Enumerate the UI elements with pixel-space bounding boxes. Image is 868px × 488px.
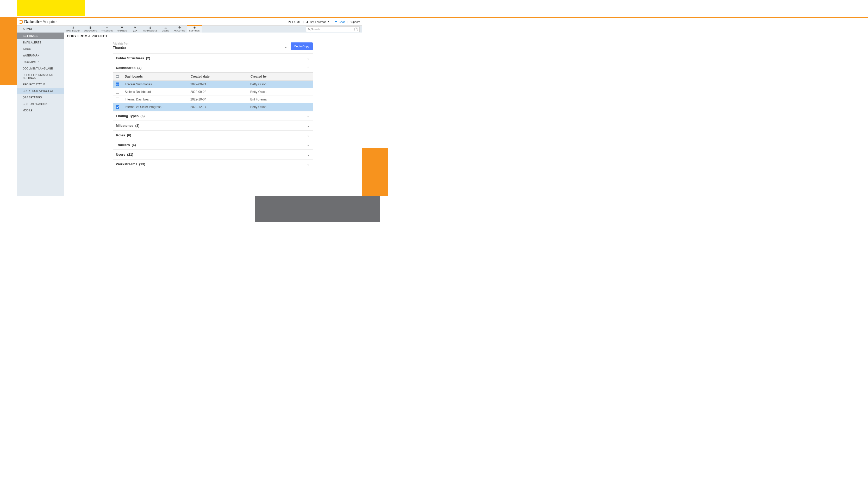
col-created-by[interactable]: Created by	[248, 73, 313, 80]
svg-rect-1	[72, 28, 73, 29]
section-label: Trackers (6)	[116, 143, 136, 147]
cell-name: Internal Dashboard	[122, 96, 188, 103]
dashboards-table: Dashboards Created date Created by Track…	[113, 72, 313, 111]
tab-label: FINDINGS	[117, 30, 127, 32]
table-row[interactable]: Internal Dashboard 2022-10-04 Brit Forem…	[113, 96, 313, 103]
sidebar-item-copy-from-a-project[interactable]: COPY FROM A PROJECT	[17, 88, 64, 94]
header-right: HOME | Brit Foreman ▼ | Chat | Support	[288, 20, 360, 24]
sidebar-item-mobile[interactable]: MOBILE	[17, 107, 64, 114]
tab-dashboard[interactable]: DASHBOARD	[64, 26, 82, 33]
chevron-down-icon: ⌄	[307, 153, 310, 156]
tab-label: DASHBOARD	[66, 30, 80, 32]
sidebar-item-project-status[interactable]: PROJECT STATUS	[17, 81, 64, 88]
sidebar-item-default-permissions-settings[interactable]: DEFAULT PERMISSIONS SETTINGS	[17, 72, 64, 81]
user-menu[interactable]: Brit Foreman ▼	[306, 20, 330, 24]
col-dashboards[interactable]: Dashboards	[122, 73, 188, 80]
tab-analytics[interactable]: ANALYTICS	[172, 26, 187, 33]
nav-row: Aurora DASHBOARDDOCUMENTSTRACKERSFINDING…	[17, 26, 362, 33]
project-name[interactable]: Aurora	[17, 26, 64, 33]
sidebar-item-inbox[interactable]: INBOX	[17, 46, 64, 52]
section-trackers: Trackers (6)⌄	[113, 140, 313, 150]
chevron-down-icon: ⌄	[307, 143, 310, 147]
section-label: Roles (6)	[116, 133, 131, 137]
section-users: Users (21)⌄	[113, 150, 313, 159]
tab-label: SETTINGS	[189, 30, 200, 32]
findings-icon	[120, 26, 123, 29]
search-box[interactable]: /	[306, 26, 360, 32]
row-checkbox[interactable]	[116, 98, 119, 101]
svg-point-14	[308, 28, 310, 30]
section-folder-structures: Folder Structures (2)⌄	[113, 53, 313, 63]
begin-copy-button[interactable]: Begin Copy	[291, 42, 313, 50]
chevron-down-icon: ⌄	[307, 133, 310, 137]
table-row[interactable]: Internal vs Seller Progress 2022-12-14 B…	[113, 103, 313, 111]
decor-gray-block	[255, 196, 380, 222]
dashboard-icon	[71, 26, 74, 29]
section-label: Folder Structures (2)	[116, 56, 150, 60]
svg-rect-2	[73, 27, 73, 29]
col-created-date[interactable]: Created date	[188, 73, 248, 80]
tab-permissions[interactable]: PERMISSIONS	[141, 26, 160, 33]
sidebar-item-custom-branding[interactable]: CUSTOM BRANDING	[17, 101, 64, 107]
cell-by: Brit Foreman	[248, 96, 313, 103]
sidebar-item-disclaimer[interactable]: DISCLAIMER	[17, 59, 64, 65]
home-icon	[288, 20, 291, 24]
sidebar-item-watermark[interactable]: WATERMARK	[17, 52, 64, 59]
sidebar-item-document-language[interactable]: DOCUMENT LANGUAGE	[17, 65, 64, 72]
sidebar-title: SETTINGS	[17, 33, 64, 39]
section-header[interactable]: Milestones (3)⌄	[113, 121, 313, 130]
home-link[interactable]: HOME	[288, 20, 301, 24]
section-header[interactable]: Roles (6)⌄	[113, 130, 313, 140]
tab-settings[interactable]: SETTINGS	[187, 26, 202, 33]
tab-findings[interactable]: FINDINGS	[115, 26, 129, 33]
row-checkbox[interactable]	[116, 83, 119, 86]
settings-icon	[193, 26, 196, 29]
chevron-down-icon: ⌄	[307, 124, 310, 128]
permissions-icon	[149, 26, 152, 29]
section-label: Milestones (3)	[116, 124, 139, 128]
tab-label: Q&A	[133, 30, 137, 32]
chat-link[interactable]: Chat	[334, 20, 345, 24]
svg-rect-3	[73, 27, 74, 29]
section-label: Users (21)	[116, 153, 133, 156]
source-row: Add data from Thunder ▼ Begin Copy	[113, 42, 313, 50]
section-header[interactable]: Folder Structures (2)⌄	[113, 53, 313, 63]
section-label: Finding Types (6)	[116, 114, 145, 118]
cell-name: Seller's Dashboard	[122, 88, 188, 96]
section-header[interactable]: Workstreams (13)⌄	[113, 159, 313, 169]
caret-down-icon: ▼	[285, 46, 287, 49]
table-row[interactable]: Seller's Dashboard 2022-09-28 Betty Olso…	[113, 88, 313, 96]
tab-trackers[interactable]: TRACKERS	[99, 26, 115, 33]
tab-users[interactable]: USERS	[160, 26, 172, 33]
sidebar-item-email-alerts[interactable]: EMAIL ALERTS	[17, 39, 64, 46]
users-icon	[164, 26, 167, 29]
section-header[interactable]: Users (21)⌄	[113, 150, 313, 159]
section-header[interactable]: Trackers (6)⌄	[113, 140, 313, 150]
support-link[interactable]: Support	[349, 20, 360, 24]
table-row[interactable]: Tracker Summaries 2022-09-21 Betty Olson	[113, 81, 313, 88]
header-bar: Datasite ® Acquire HOME | Brit Foreman ▼…	[17, 18, 362, 26]
row-checkbox[interactable]	[116, 90, 119, 94]
search-input[interactable]	[311, 28, 354, 31]
svg-point-13	[194, 27, 195, 28]
decor-orange-mid	[362, 148, 388, 196]
tab-label: USERS	[162, 30, 169, 32]
cell-by: Betty Olson	[248, 88, 313, 96]
cell-by: Betty Olson	[248, 103, 313, 110]
source-project-select[interactable]: Thunder ▼	[113, 45, 287, 50]
svg-point-7	[106, 27, 106, 27]
row-checkbox[interactable]	[116, 105, 119, 109]
section-header[interactable]: Dashboards (4)⌃	[113, 63, 313, 72]
home-label: HOME	[292, 20, 301, 24]
sidebar-item-q-a-settings[interactable]: Q&A SETTINGS	[17, 94, 64, 101]
page-title: COPY FROM A PROJECT	[67, 33, 362, 42]
chevron-up-icon: ⌃	[307, 66, 310, 70]
section-header[interactable]: Finding Types (6)⌄	[113, 111, 313, 121]
tab-qa[interactable]: Q&A	[129, 26, 141, 33]
tab-label: PERMISSIONS	[143, 30, 158, 32]
qa-icon	[133, 26, 136, 29]
select-all-checkbox[interactable]	[116, 75, 119, 78]
chevron-down-icon: ⌄	[307, 162, 310, 166]
tab-documents[interactable]: DOCUMENTS	[82, 26, 99, 33]
section-roles: Roles (6)⌄	[113, 130, 313, 140]
